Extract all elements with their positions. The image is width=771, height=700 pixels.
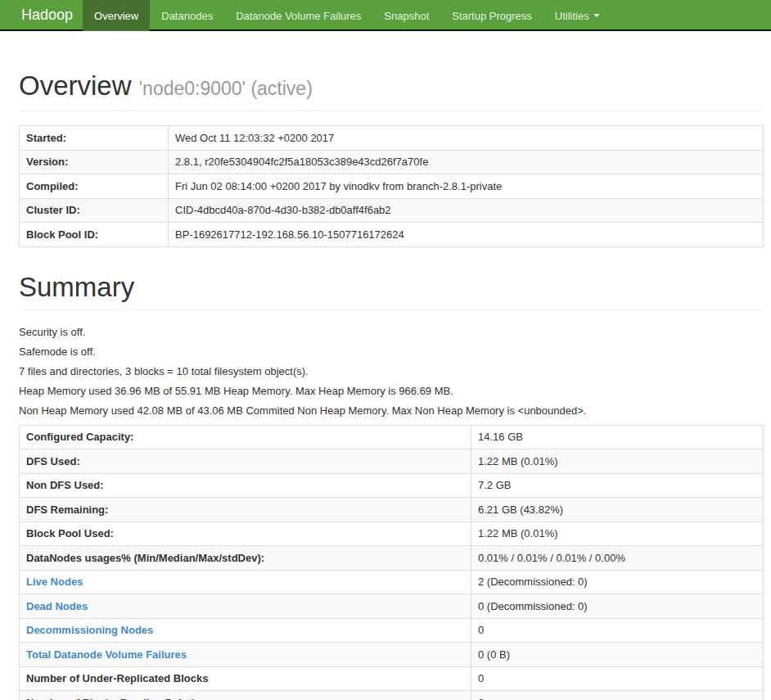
navbar-item-label: Startup Progress bbox=[452, 10, 532, 22]
summary-paragraph: Security is off. bbox=[19, 327, 764, 338]
info-value: Fri Jun 02 08:14:00 +0200 2017 by vinodk… bbox=[169, 174, 764, 199]
info-value: 2.8.1, r20fe5304904fc2f5a18053c389e43cd2… bbox=[169, 150, 764, 174]
summary-value: 7.2 GB bbox=[471, 473, 764, 498]
table-row: DFS Remaining: 6.21 GB (43.82%) bbox=[20, 498, 764, 522]
summary-title: Summary bbox=[19, 273, 764, 302]
summary-paragraph: Non Heap Memory used 42.08 MB of 43.06 M… bbox=[19, 405, 764, 417]
summary-label[interactable]: Total Datanode Volume Failures bbox=[26, 648, 187, 661]
summary-paragraph: Safemode is off. bbox=[19, 346, 764, 358]
info-label: Version: bbox=[20, 150, 169, 174]
summary-value: 1.22 MB (0.01%) bbox=[471, 449, 764, 474]
navbar-item-label: Datanode Volume Failures bbox=[236, 10, 361, 22]
navbar-item: Snapshot bbox=[372, 0, 440, 29]
navbar-item: Utilities bbox=[543, 0, 611, 29]
navbar-item-link[interactable]: Snapshot bbox=[372, 0, 440, 31]
navbar-item-label: Utilities bbox=[555, 10, 589, 22]
table-row: Compiled: Fri Jun 02 08:14:00 +0200 2017… bbox=[20, 174, 764, 199]
navbar-item: Startup Progress bbox=[440, 0, 543, 29]
info-label: Block Pool ID: bbox=[20, 223, 169, 247]
summary-label: Number of Blocks Pending Deletion bbox=[26, 697, 207, 700]
navbar-item-link[interactable]: Datanode Volume Failures bbox=[224, 0, 372, 31]
summary-label[interactable]: Decommissioning Nodes bbox=[26, 624, 153, 636]
page-subtitle: 'node0:9000' (active) bbox=[139, 78, 313, 99]
table-row: DataNodes usages% (Min/Median/Max/stdDev… bbox=[20, 546, 764, 571]
summary-label: Block Pool Used: bbox=[26, 527, 114, 540]
table-row: Total Datanode Volume Failures 0 (0 B) bbox=[20, 643, 764, 667]
top-navbar: Hadoop Overview Datanodes Datanode Volum… bbox=[0, 0, 771, 31]
info-label: Compiled: bbox=[20, 174, 169, 199]
navbar-item-label: Snapshot bbox=[384, 10, 429, 22]
summary-value: 0 bbox=[471, 618, 764, 643]
summary-paragraph: Heap Memory used 36.96 MB of 55.91 MB He… bbox=[19, 386, 764, 397]
navbar-item-label: Overview bbox=[94, 10, 138, 22]
table-row: Block Pool Used: 1.22 MB (0.01%) bbox=[20, 522, 764, 546]
summary-value: 6.21 GB (43.82%) bbox=[471, 498, 764, 522]
navbar-item-link[interactable]: Datanodes bbox=[150, 0, 224, 31]
summary-paragraphs: Security is off. Safemode is off. 7 file… bbox=[19, 327, 764, 417]
table-row: Cluster ID: CID-4dbcd40a-870d-4d30-b382-… bbox=[20, 198, 764, 223]
summary-header: Summary bbox=[19, 273, 764, 310]
page-title-text: Overview bbox=[19, 70, 132, 101]
summary-value: 0.01% / 0.01% / 0.01% / 0.00% bbox=[471, 546, 764, 571]
summary-value: 2 (Decommissioned: 0) bbox=[471, 570, 764, 594]
summary-value: 0 bbox=[471, 666, 764, 691]
summary-paragraph: 7 files and directories, 3 blocks = 10 t… bbox=[19, 366, 764, 377]
info-value: BP-1692617712-192.168.56.10-150771617262… bbox=[169, 223, 764, 247]
navbar-item-link[interactable]: Utilities bbox=[543, 0, 611, 31]
table-row: Block Pool ID: BP-1692617712-192.168.56.… bbox=[20, 223, 764, 247]
table-row: Version: 2.8.1, r20fe5304904fc2f5a18053c… bbox=[20, 150, 764, 174]
navbar-item: Overview bbox=[83, 0, 150, 29]
page-content: Overview 'node0:9000' (active) Started: … bbox=[19, 71, 764, 700]
table-row: Configured Capacity: 14.16 GB bbox=[20, 425, 764, 449]
info-value: CID-4dbcd40a-870d-4d30-b382-db0aff4f6ab2 bbox=[169, 198, 764, 223]
table-row: DFS Used: 1.22 MB (0.01%) bbox=[20, 449, 764, 474]
summary-label: DataNodes usages% (Min/Median/Max/stdDev… bbox=[26, 552, 264, 564]
summary-label: Non DFS Used: bbox=[26, 479, 104, 491]
table-row: Non DFS Used: 7.2 GB bbox=[20, 473, 764, 498]
navbar-item: Datanode Volume Failures bbox=[224, 0, 372, 29]
summary-label: DFS Used: bbox=[26, 455, 80, 467]
summary-value: 0 (Decommissioned: 0) bbox=[471, 594, 764, 619]
summary-label[interactable]: Live Nodes bbox=[26, 576, 83, 588]
summary-table: Configured Capacity: 14.16 GB DFS Used: … bbox=[19, 425, 764, 700]
navbar-item: Datanodes bbox=[150, 0, 224, 29]
cluster-info-table: Started: Wed Oct 11 12:03:32 +0200 2017 … bbox=[19, 125, 764, 247]
summary-label: DFS Remaining: bbox=[26, 504, 108, 516]
page-title: Overview 'node0:9000' (active) bbox=[19, 71, 764, 103]
info-label: Cluster ID: bbox=[20, 198, 169, 223]
navbar-item-link[interactable]: Startup Progress bbox=[440, 0, 543, 31]
table-row: Live Nodes 2 (Decommissioned: 0) bbox=[20, 570, 764, 594]
summary-label[interactable]: Dead Nodes bbox=[26, 600, 88, 612]
navbar-item-link[interactable]: Overview bbox=[83, 0, 150, 31]
navbar-menu: Overview Datanodes Datanode Volume Failu… bbox=[83, 0, 611, 29]
summary-label: Number of Under-Replicated Blocks bbox=[26, 672, 209, 684]
info-value: Wed Oct 11 12:03:32 +0200 2017 bbox=[169, 126, 764, 151]
chevron-down-icon bbox=[593, 14, 600, 17]
table-row: Number of Under-Replicated Blocks 0 bbox=[20, 666, 764, 691]
info-label: Started: bbox=[20, 126, 169, 151]
summary-label: Configured Capacity: bbox=[26, 431, 133, 443]
table-row: Decommissioning Nodes 0 bbox=[20, 618, 764, 643]
navbar-item-label: Datanodes bbox=[161, 10, 213, 22]
summary-value: 1.22 MB (0.01%) bbox=[471, 522, 764, 546]
summary-value: 14.16 GB bbox=[471, 425, 764, 449]
table-row: Dead Nodes 0 (Decommissioned: 0) bbox=[20, 594, 764, 619]
brand-logo[interactable]: Hadoop bbox=[0, 0, 83, 29]
summary-value: 0 bbox=[471, 691, 764, 700]
summary-value: 0 (0 B) bbox=[471, 643, 764, 667]
table-row: Started: Wed Oct 11 12:03:32 +0200 2017 bbox=[20, 126, 764, 151]
table-row: Number of Blocks Pending Deletion 0 bbox=[20, 691, 764, 700]
overview-header: Overview 'node0:9000' (active) bbox=[19, 71, 764, 111]
